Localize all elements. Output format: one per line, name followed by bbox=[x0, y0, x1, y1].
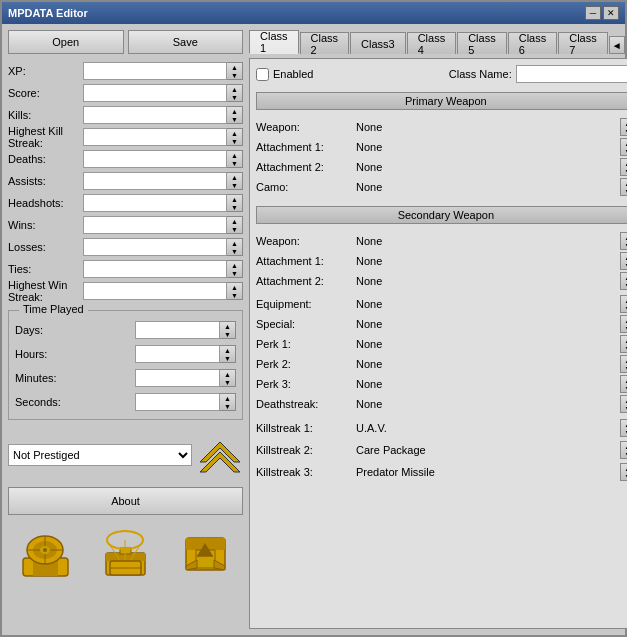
class-tab[interactable]: Class 4 bbox=[407, 32, 457, 54]
spin-up-icon[interactable]: ▲ bbox=[227, 107, 242, 115]
killstreak-spinner[interactable]: ▲ ▼ bbox=[620, 419, 627, 437]
stat-input[interactable] bbox=[83, 150, 227, 168]
spin-down-icon[interactable]: ▼ bbox=[227, 291, 242, 299]
spin-down-icon[interactable]: ▼ bbox=[621, 472, 627, 480]
stat-spinner[interactable]: ▲ ▼ bbox=[227, 282, 243, 300]
class-tab[interactable]: Class 6 bbox=[508, 32, 558, 54]
spin-up-icon[interactable]: ▲ bbox=[220, 322, 235, 330]
stat-spinner[interactable]: ▲ ▼ bbox=[227, 150, 243, 168]
weapon-spinner[interactable]: ▲ ▼ bbox=[620, 272, 627, 290]
spin-up-icon[interactable]: ▲ bbox=[227, 239, 242, 247]
stat-input[interactable] bbox=[83, 216, 227, 234]
stat-input[interactable] bbox=[83, 238, 227, 256]
spin-up-icon[interactable]: ▲ bbox=[227, 85, 242, 93]
time-spinner[interactable]: ▲ ▼ bbox=[220, 369, 236, 387]
spin-down-icon[interactable]: ▼ bbox=[621, 344, 627, 352]
spin-down-icon[interactable]: ▼ bbox=[621, 384, 627, 392]
stat-input[interactable] bbox=[83, 282, 227, 300]
spin-up-icon[interactable]: ▲ bbox=[621, 119, 627, 127]
killstreak-spinner[interactable]: ▲ ▼ bbox=[620, 463, 627, 481]
spin-down-icon[interactable]: ▼ bbox=[621, 404, 627, 412]
stat-spinner[interactable]: ▲ ▼ bbox=[227, 238, 243, 256]
about-button[interactable]: About bbox=[8, 487, 243, 515]
spin-up-icon[interactable]: ▲ bbox=[621, 273, 627, 281]
stat-input[interactable] bbox=[83, 172, 227, 190]
killstreak-spinner[interactable]: ▲ ▼ bbox=[620, 441, 627, 459]
spin-down-icon[interactable]: ▼ bbox=[621, 167, 627, 175]
equipment-spinner[interactable]: ▲ ▼ bbox=[620, 295, 627, 313]
time-input[interactable] bbox=[135, 393, 220, 411]
stat-spinner[interactable]: ▲ ▼ bbox=[227, 172, 243, 190]
spin-up-icon[interactable]: ▲ bbox=[227, 63, 242, 71]
stat-spinner[interactable]: ▲ ▼ bbox=[227, 62, 243, 80]
tab-prev-button[interactable]: ◄ bbox=[609, 36, 625, 54]
minimize-button[interactable]: ─ bbox=[585, 6, 601, 20]
spin-up-icon[interactable]: ▲ bbox=[227, 173, 242, 181]
spin-down-icon[interactable]: ▼ bbox=[220, 330, 235, 338]
spin-up-icon[interactable]: ▲ bbox=[227, 151, 242, 159]
time-spinner[interactable]: ▲ ▼ bbox=[220, 321, 236, 339]
equipment-spinner[interactable]: ▲ ▼ bbox=[620, 335, 627, 353]
equipment-spinner[interactable]: ▲ ▼ bbox=[620, 375, 627, 393]
class-tab[interactable]: Class 5 bbox=[457, 32, 507, 54]
equipment-spinner[interactable]: ▲ ▼ bbox=[620, 355, 627, 373]
stat-input[interactable] bbox=[83, 106, 227, 124]
spin-up-icon[interactable]: ▲ bbox=[621, 159, 627, 167]
time-spinner[interactable]: ▲ ▼ bbox=[220, 393, 236, 411]
weapon-spinner[interactable]: ▲ ▼ bbox=[620, 138, 627, 156]
spin-down-icon[interactable]: ▼ bbox=[227, 225, 242, 233]
spin-up-icon[interactable]: ▲ bbox=[227, 195, 242, 203]
spin-down-icon[interactable]: ▼ bbox=[621, 324, 627, 332]
spin-down-icon[interactable]: ▼ bbox=[621, 147, 627, 155]
spin-up-icon[interactable]: ▲ bbox=[621, 442, 627, 450]
spin-down-icon[interactable]: ▼ bbox=[621, 450, 627, 458]
spin-down-icon[interactable]: ▼ bbox=[227, 181, 242, 189]
spin-down-icon[interactable]: ▼ bbox=[227, 247, 242, 255]
spin-up-icon[interactable]: ▲ bbox=[220, 394, 235, 402]
weapon-spinner[interactable]: ▲ ▼ bbox=[620, 158, 627, 176]
spin-down-icon[interactable]: ▼ bbox=[621, 364, 627, 372]
equipment-spinner[interactable]: ▲ ▼ bbox=[620, 315, 627, 333]
spin-up-icon[interactable]: ▲ bbox=[227, 261, 242, 269]
weapon-spinner[interactable]: ▲ ▼ bbox=[620, 178, 627, 196]
spin-up-icon[interactable]: ▲ bbox=[621, 396, 627, 404]
spin-up-icon[interactable]: ▲ bbox=[621, 296, 627, 304]
class-name-input[interactable] bbox=[516, 65, 627, 83]
time-input[interactable] bbox=[135, 369, 220, 387]
spin-down-icon[interactable]: ▼ bbox=[227, 71, 242, 79]
save-button[interactable]: Save bbox=[128, 30, 244, 54]
spin-down-icon[interactable]: ▼ bbox=[220, 354, 235, 362]
stat-spinner[interactable]: ▲ ▼ bbox=[227, 260, 243, 278]
spin-down-icon[interactable]: ▼ bbox=[621, 187, 627, 195]
time-input[interactable] bbox=[135, 345, 220, 363]
spin-down-icon[interactable]: ▼ bbox=[227, 137, 242, 145]
stat-input[interactable] bbox=[83, 84, 227, 102]
spin-down-icon[interactable]: ▼ bbox=[621, 281, 627, 289]
spin-down-icon[interactable]: ▼ bbox=[621, 241, 627, 249]
stat-input[interactable] bbox=[83, 128, 227, 146]
spin-up-icon[interactable]: ▲ bbox=[621, 316, 627, 324]
stat-input[interactable] bbox=[83, 260, 227, 278]
spin-up-icon[interactable]: ▲ bbox=[621, 233, 627, 241]
class-tab[interactable]: Class3 bbox=[350, 32, 406, 54]
stat-spinner[interactable]: ▲ ▼ bbox=[227, 194, 243, 212]
weapon-spinner[interactable]: ▲ ▼ bbox=[620, 232, 627, 250]
spin-down-icon[interactable]: ▼ bbox=[227, 203, 242, 211]
spin-down-icon[interactable]: ▼ bbox=[220, 378, 235, 386]
stat-spinner[interactable]: ▲ ▼ bbox=[227, 84, 243, 102]
spin-up-icon[interactable]: ▲ bbox=[621, 179, 627, 187]
spin-down-icon[interactable]: ▼ bbox=[621, 127, 627, 135]
close-button[interactable]: ✕ bbox=[603, 6, 619, 20]
spin-down-icon[interactable]: ▼ bbox=[621, 428, 627, 436]
spin-down-icon[interactable]: ▼ bbox=[227, 115, 242, 123]
stat-input[interactable] bbox=[83, 194, 227, 212]
spin-up-icon[interactable]: ▲ bbox=[621, 376, 627, 384]
enabled-checkbox[interactable] bbox=[256, 68, 269, 81]
spin-up-icon[interactable]: ▲ bbox=[621, 139, 627, 147]
weapon-spinner[interactable]: ▲ ▼ bbox=[620, 252, 627, 270]
spin-up-icon[interactable]: ▲ bbox=[621, 253, 627, 261]
weapon-spinner[interactable]: ▲ ▼ bbox=[620, 118, 627, 136]
spin-up-icon[interactable]: ▲ bbox=[227, 129, 242, 137]
class-tab[interactable]: Class 7 bbox=[558, 32, 608, 54]
spin-up-icon[interactable]: ▲ bbox=[220, 346, 235, 354]
